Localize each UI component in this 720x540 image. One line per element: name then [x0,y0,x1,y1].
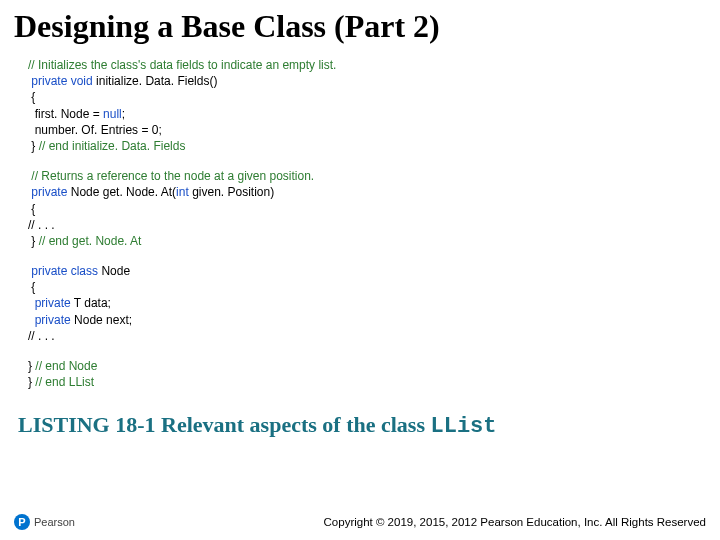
listing-prefix: LISTING 18-1 Relevant aspects of the cla… [18,412,431,437]
kw: int [176,185,189,199]
code-text: T data; [71,296,111,310]
code-text: { [31,90,35,104]
code-area: // Initializes the class's data fields t… [0,45,720,390]
code-comment: // end LList [35,375,94,389]
listing-classname: LList [431,414,497,439]
code-text: Node [98,264,130,278]
code-text: . . . [35,329,55,343]
brand-name: Pearson [34,516,75,528]
code-text: ; [122,107,125,121]
code-block-end: } // end Node } // end LList [28,358,720,390]
code-block-node: private class Node { private T data; pri… [28,263,720,344]
code-text: { [31,280,35,294]
code-text: initialize. Data. Fields() [93,74,218,88]
code-text: Node get. Node. At( [67,185,176,199]
brand-logo: P Pearson [14,514,75,530]
code-text: } [31,234,38,248]
code-text: // [28,218,35,232]
copyright-text: Copyright © 2019, 2015, 2012 Pearson Edu… [324,516,706,528]
kw: private [31,313,70,327]
code-comment: // end get. Node. At [39,234,142,248]
page-title: Designing a Base Class (Part 2) [0,0,720,45]
code-comment: // end initialize. Data. Fields [39,139,186,153]
code-text: number. Of. Entries = 0; [31,123,161,137]
code-comment: // Returns a reference to the node at a … [31,169,314,183]
code-comment: // end Node [35,359,97,373]
code-text: // [28,329,35,343]
code-block-init: // Initializes the class's data fields t… [28,57,720,154]
code-text: given. Position) [189,185,274,199]
code-text: . . . [35,218,55,232]
listing-caption: LISTING 18-1 Relevant aspects of the cla… [0,404,720,439]
kw: private [31,185,67,199]
kw: null [103,107,122,121]
kw: private class [31,264,98,278]
code-text: Node next; [71,313,132,327]
code-block-getnode: // Returns a reference to the node at a … [28,168,720,249]
footer: P Pearson Copyright © 2019, 2015, 2012 P… [14,514,706,530]
code-text: first. Node = [31,107,103,121]
kw: private [31,296,70,310]
code-text: } [31,139,38,153]
kw: private void [31,74,92,88]
brand-mark-icon: P [14,514,30,530]
code-comment: // Initializes the class's data fields t… [28,58,336,72]
code-text: { [31,202,35,216]
